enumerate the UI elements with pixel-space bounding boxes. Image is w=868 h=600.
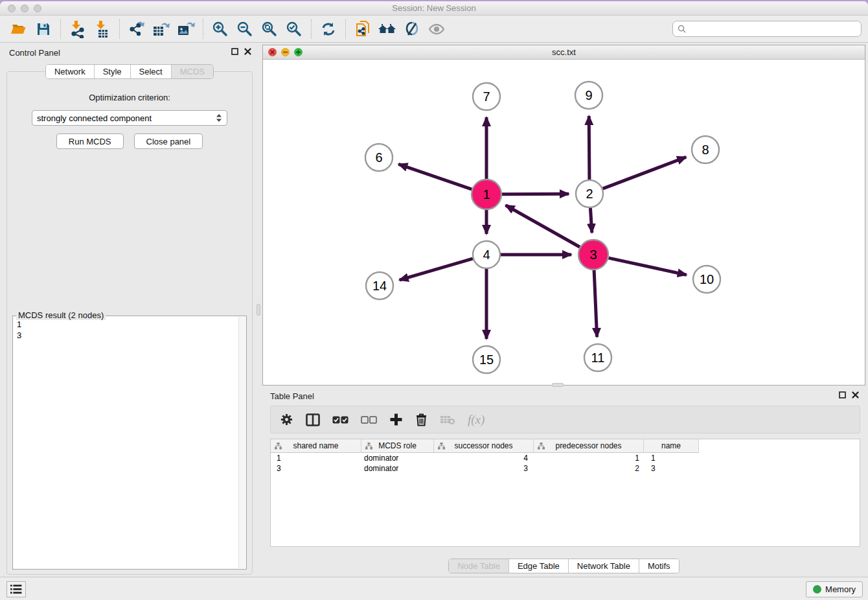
tab-style[interactable]: Style [94,65,130,78]
graph-edge-3-11[interactable] [594,270,597,337]
toolbar-separator [345,19,346,39]
column-header-MCDS-role[interactable]: MCDS role [361,439,434,453]
graph-node-label: 7 [483,89,490,104]
table-cell[interactable]: dominator [361,453,434,463]
table-cell[interactable]: 3 [644,463,699,474]
table-cell[interactable]: 3 [271,463,361,474]
task-history-button[interactable] [6,581,26,597]
panel-splitter-handle[interactable] [257,304,260,316]
zoom-out-icon[interactable] [233,18,257,40]
tab-mcds[interactable]: MCDS [171,65,213,78]
graph-edge-2-9[interactable] [589,116,589,179]
table-splitter-handle[interactable] [552,383,564,387]
table-header-row: shared nameMCDS rolesuccessor nodesprede… [271,439,860,453]
graph-edge-4-14[interactable] [400,259,473,280]
zoom-in-icon[interactable] [208,18,233,40]
node-table: shared nameMCDS rolesuccessor nodesprede… [270,439,860,547]
run-mcds-button[interactable]: Run MCDS [56,133,124,149]
network-graph[interactable]: 7968124314101511 [263,60,865,385]
close-view-button[interactable] [268,48,277,56]
control-panel-tabs: NetworkStyleSelectMCDS [45,64,214,79]
table-cell[interactable]: 1 [534,453,644,463]
tab-select[interactable]: Select [130,65,171,78]
table-body: 1dominator4113dominator323 [271,453,860,474]
open-session-icon[interactable] [6,18,31,40]
column-header-predecessor-nodes[interactable]: predecessor nodes [534,439,644,453]
graph-edge-2-3[interactable] [590,208,591,233]
save-session-icon[interactable] [31,18,56,40]
zoom-selected-icon[interactable] [282,18,306,40]
deselect-all-icon[interactable] [361,416,377,424]
float-panel-icon[interactable] [231,48,238,55]
search-field[interactable] [672,21,862,37]
table-cell[interactable]: 4 [434,453,534,463]
graph-edge-1-6[interactable] [398,164,472,189]
graph-edge-2-8[interactable] [603,157,687,189]
minimize-view-button[interactable] [281,48,290,56]
table-cell[interactable]: 1 [271,453,361,463]
tab-network[interactable]: Network [46,65,94,78]
close-panel-button[interactable]: Close panel [134,133,203,149]
table-cell[interactable]: 2 [534,463,644,474]
close-window-button[interactable] [8,5,16,12]
maximize-window-button[interactable] [34,5,41,12]
settings-icon[interactable] [280,413,293,426]
tab-edge-table[interactable]: Edge Table [508,559,568,573]
column-header-successor-nodes[interactable]: successor nodes [434,439,534,453]
tab-node-table[interactable]: Node Table [449,559,508,573]
selected-option: strongly connected component [37,113,216,123]
table-cell[interactable]: 1 [644,453,699,463]
header-filler [699,439,860,453]
table-panel-title: Table Panel [270,391,314,401]
optimization-criterion-select[interactable]: strongly connected component [32,110,227,126]
select-all-icon[interactable] [332,416,348,424]
add-column-icon[interactable] [389,413,403,426]
column-header-shared-name[interactable]: shared name [271,439,361,453]
split-view-icon[interactable] [306,413,320,426]
graph-edge-3-10[interactable] [609,258,687,275]
function-builder-icon[interactable]: f(x) [468,413,485,427]
zoom-fit-icon[interactable] [257,18,282,40]
duplicate-network-icon[interactable] [350,18,375,40]
window-titlebar: Session: New Session [0,1,868,16]
float-table-panel-icon[interactable] [839,391,846,398]
table-row[interactable]: 1dominator411 [271,453,860,463]
toolbar-separator [60,19,61,39]
hide-graphics-details-icon[interactable] [400,18,424,40]
export-image-icon[interactable] [174,18,198,40]
import-table-icon[interactable] [90,18,115,40]
network-canvas[interactable]: 7968124314101511 [263,60,865,385]
close-table-panel-icon[interactable] [852,391,859,398]
import-network-icon[interactable] [65,18,90,40]
eye-icon[interactable] [424,18,449,40]
table-row[interactable]: 3dominator323 [271,463,860,474]
graph-node-label: 10 [700,272,714,286]
result-scrollbar[interactable] [238,317,246,568]
export-table-icon[interactable] [149,18,174,40]
memory-button[interactable]: Memory [806,581,863,597]
maximize-view-button[interactable] [294,48,303,56]
table-cell[interactable]: 3 [434,463,534,474]
graph-node-label: 3 [589,248,597,262]
close-panel-icon[interactable] [244,48,251,55]
mcds-tab-content: Optimization criterion: strongly connect… [6,71,253,575]
status-bar: Memory [0,577,868,600]
minimize-window-button[interactable] [21,5,29,12]
column-header-name[interactable]: name [644,439,699,453]
delete-column-icon[interactable] [415,413,428,426]
graph-node-label: 11 [591,351,605,365]
tab-network-table[interactable]: Network Table [568,559,639,573]
delete-table-icon[interactable] [440,415,455,425]
graph-edge-3-1[interactable] [506,205,580,248]
refresh-icon[interactable] [316,18,341,40]
mcds-result-text[interactable]: 1 3 [13,317,238,569]
tab-motifs[interactable]: Motifs [639,559,679,573]
table-cell[interactable]: dominator [361,463,434,474]
network-view-window: scc.txt 7968124314101511 [262,45,865,386]
list-icon [10,584,22,594]
memory-status-icon [813,585,821,594]
search-input[interactable] [689,24,856,34]
graph-edge-1-2[interactable] [502,194,569,194]
export-network-icon[interactable] [124,18,149,40]
home-icon[interactable] [375,18,400,40]
